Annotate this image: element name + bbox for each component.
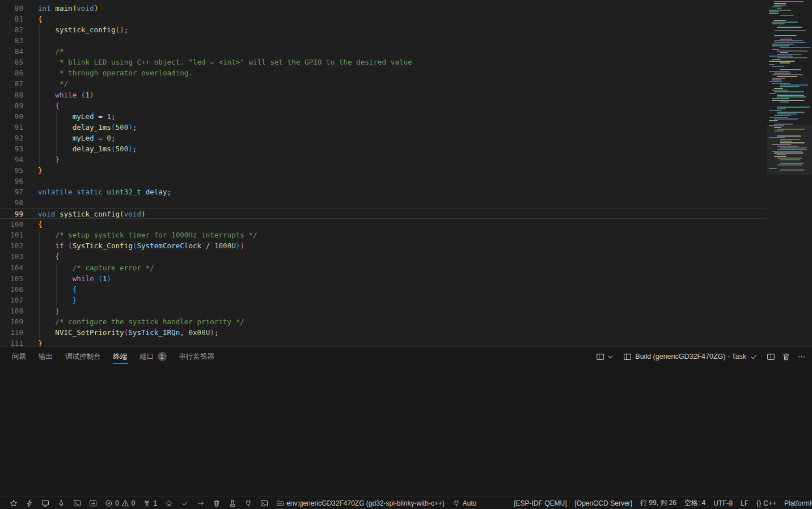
code-text: while (1) [38, 273, 111, 284]
pio-serial-monitor-button[interactable] [240, 497, 256, 509]
code-line[interactable]: 98 [0, 197, 767, 208]
platformio-item[interactable]: PlatformIO [780, 497, 812, 509]
serial-port-selector[interactable]: Auto [449, 497, 481, 509]
radio-tower-icon [143, 499, 151, 507]
code-text: } [38, 338, 43, 346]
tab-serial-monitor[interactable]: 串行监视器 [173, 347, 221, 366]
code-editor[interactable]: 80int main(void)81{82 systick_config();8… [0, 0, 812, 346]
problems-indicator[interactable]: 0 0 [101, 497, 139, 509]
pio-terminal-button[interactable] [256, 497, 272, 509]
star-button[interactable] [6, 497, 22, 509]
esp-idf-qemu-item[interactable]: [ESP-IDF QEMU] [510, 497, 570, 509]
split-terminal-button[interactable] [765, 351, 777, 362]
indentation-item[interactable]: 空格: 4 [680, 497, 709, 509]
env-label: env:genericGD32F470ZG (gd32-spl-blinky-w… [286, 499, 445, 507]
line-number: 94 [0, 154, 23, 165]
minimap-slider[interactable] [767, 125, 812, 175]
ellipsis-icon [797, 353, 806, 361]
openocd-server-item[interactable]: [OpenOCD Server] [571, 497, 636, 509]
code-line[interactable]: 105 while (1) [0, 273, 767, 284]
code-line[interactable]: 106 { [0, 284, 767, 295]
code-line[interactable]: 83 [0, 35, 767, 46]
tab-ports[interactable]: 端口1 [134, 347, 173, 366]
line-number: 81 [0, 14, 23, 24]
code-line[interactable]: 93 delay_1ms(500); [0, 143, 767, 154]
code-line[interactable]: 97volatile static uint32_t delay; [0, 186, 767, 197]
ports-indicator[interactable]: 1 [139, 497, 161, 509]
monitor-icon [41, 499, 49, 507]
tab-output[interactable]: 输出 [32, 347, 59, 366]
code-line[interactable]: 85 * blink LED using C++ object. "led = … [0, 57, 767, 67]
code-line[interactable]: 100{ [0, 219, 767, 230]
line-number: 82 [0, 24, 23, 35]
task-terminal-tab[interactable]: Build (genericGD32F470ZG) - Task [620, 351, 762, 362]
code-line[interactable]: 104 /* capture error */ [0, 262, 767, 273]
code-line[interactable]: 108 } [0, 306, 767, 316]
pio-env-selector[interactable]: env:genericGD32F470ZG (gd32-spl-blinky-w… [272, 497, 449, 509]
code-line[interactable]: 89 { [0, 100, 767, 111]
line-number: 98 [0, 197, 23, 208]
upload-button[interactable] [85, 497, 101, 509]
cursor-position-item[interactable]: 行 99, 列 26 [636, 497, 680, 509]
code-line[interactable]: 91 delay_1ms(500); [0, 122, 767, 133]
code-line[interactable]: 107 } [0, 295, 767, 306]
code-line[interactable]: 81{ [0, 14, 767, 24]
kill-terminal-button[interactable] [780, 351, 792, 362]
minimap[interactable] [767, 0, 812, 346]
code-line[interactable]: 82 systick_config(); [0, 24, 767, 35]
pio-home-button[interactable] [161, 497, 177, 509]
language-mode-item[interactable]: {}C++ [752, 497, 780, 509]
code-line[interactable]: 90 myLed = 1; [0, 111, 767, 122]
tab-debug-console[interactable]: 调试控制台 [59, 347, 107, 366]
panel-more-actions-button[interactable] [796, 351, 807, 362]
tab-terminal[interactable]: 终端 [107, 347, 134, 366]
code-line[interactable]: 99void systick_config(void) [0, 208, 767, 219]
code-line[interactable]: 94 } [0, 154, 767, 165]
task-success-check-icon [750, 353, 758, 361]
pio-build-button[interactable] [177, 497, 193, 509]
flame-button[interactable] [53, 497, 69, 509]
line-number: 110 [0, 327, 23, 338]
code-line[interactable]: 110 NVIC_SetPriority(SysTick_IRQn, 0x00U… [0, 327, 767, 338]
code-line[interactable]: 102 if (SysTick_Config(SystemCoreClock /… [0, 240, 767, 251]
code-line[interactable]: 109 /* configure the systick handler pri… [0, 316, 767, 327]
tab-problems[interactable]: 问题 [6, 347, 32, 366]
code-line[interactable]: 103 { [0, 251, 767, 262]
indent-guide [39, 230, 40, 338]
code-line[interactable]: 86 * through operator overloading. [0, 67, 767, 78]
code-line[interactable]: 80int main(void) [0, 3, 767, 14]
serial-port-value: Auto [463, 499, 477, 507]
monitor-button[interactable] [37, 497, 53, 509]
bolt-button[interactable] [22, 497, 37, 509]
code-line[interactable]: 96 [0, 176, 767, 186]
code-line[interactable]: 84 /* [0, 46, 767, 57]
pio-test-button[interactable] [225, 497, 240, 509]
code-line[interactable]: 87 */ [0, 78, 767, 89]
code-text: myLed = 0; [38, 133, 116, 143]
pio-clean-button[interactable] [209, 497, 225, 509]
code-line[interactable]: 101 /* setup systick timer for 1000Hz in… [0, 230, 767, 240]
trash-icon [782, 353, 790, 361]
forwarded-ports-count: 1 [153, 499, 157, 507]
code-text: NVIC_SetPriority(SysTick_IRQn, 0x00U); [38, 327, 219, 338]
code-text: if (SysTick_Config(SystemCoreClock / 100… [38, 240, 244, 251]
line-number: 87 [0, 78, 23, 89]
status-bar-right: [ESP-IDF QEMU] [OpenOCD Server] 行 99, 列 … [510, 497, 812, 509]
code-line[interactable]: 92 myLed = 0; [0, 133, 767, 143]
code-line[interactable]: 111} [0, 338, 767, 346]
eol-item[interactable]: LF [737, 497, 752, 509]
encoding-item[interactable]: UTF-8 [709, 497, 737, 509]
terminal-panel-icon [623, 353, 632, 361]
code-text: /* setup systick timer for 1000Hz interr… [38, 230, 257, 240]
new-terminal-button[interactable] [594, 351, 616, 362]
terminal-button[interactable] [69, 497, 85, 509]
code-line[interactable]: 88 while (1) [0, 90, 767, 100]
code-line[interactable]: 95} [0, 165, 767, 176]
line-number: 88 [0, 90, 23, 100]
line-number: 91 [0, 122, 23, 133]
code-area[interactable]: 80int main(void)81{82 systick_config();8… [0, 3, 767, 346]
code-text: } [38, 154, 60, 165]
line-number: 111 [0, 338, 23, 346]
chevron-down-icon [606, 353, 615, 361]
pio-upload-button[interactable] [193, 497, 209, 509]
